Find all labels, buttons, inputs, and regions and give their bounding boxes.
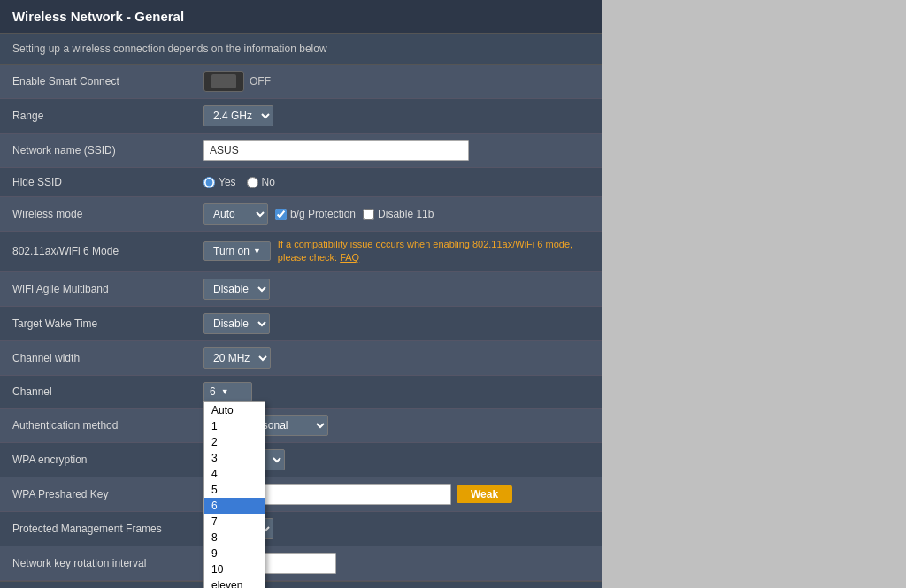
wifi6-mode-label: 802.11ax/WiFi 6 Mode — [0, 232, 195, 271]
password-strength-badge: Weak — [457, 485, 512, 503]
channel-width-select[interactable]: 20 MHz 40 MHz 80 MHz — [203, 347, 271, 369]
channel-option-5[interactable]: 5 — [204, 482, 265, 498]
wpa-preshared-key-row: WPA Preshared Key Weak — [0, 477, 602, 512]
network-name-value — [195, 134, 602, 167]
channel-select-trigger[interactable]: 6 — [203, 382, 252, 401]
wireless-mode-label: Wireless mode — [0, 197, 195, 231]
wifi-agile-value: Disable Enable — [195, 272, 602, 306]
wpa-encryption-label: WPA encryption — [0, 443, 195, 477]
channel-width-row: Channel width 20 MHz 40 MHz 80 MHz — [0, 341, 602, 376]
turn-on-button[interactable]: Turn on — [203, 241, 271, 261]
hide-ssid-value: Yes No — [195, 168, 602, 196]
smart-connect-toggle[interactable]: OFF — [203, 71, 271, 92]
range-select[interactable]: 2.4 GHz 5 GHz — [203, 105, 273, 126]
target-wake-time-value: Disable Enable — [195, 307, 602, 340]
disable-11b-label: Disable 11b — [378, 208, 434, 220]
hide-ssid-yes-radio[interactable] — [203, 177, 215, 188]
wireless-mode-value: Auto N Only Legacy b/g Protection Disabl… — [195, 197, 602, 231]
channel-dropdown: Auto 1 2 3 4 5 6 7 8 9 10 eleven 12 13 — [203, 401, 265, 588]
channel-label: Channel — [0, 376, 195, 408]
channel-option-auto[interactable]: Auto — [204, 402, 265, 418]
wifi-agile-row: WiFi Agile Multiband Disable Enable — [0, 272, 602, 307]
toggle-state-label: OFF — [250, 75, 271, 88]
channel-width-label: Channel width — [0, 341, 195, 375]
channel-row: Channel 6 Auto 1 2 3 4 5 6 7 8 9 10 elev… — [0, 376, 602, 409]
wifi6-mode-value: Turn on If a compatibility issue occurs … — [195, 232, 602, 271]
hide-ssid-no[interactable]: No — [247, 176, 275, 188]
auth-method-label: Authentication method — [0, 409, 195, 442]
wireless-mode-row: Wireless mode Auto N Only Legacy b/g Pro… — [0, 197, 602, 232]
channel-option-7[interactable]: 7 — [204, 514, 265, 530]
disable-11b-checkbox[interactable] — [363, 209, 374, 220]
target-wake-time-label: Target Wake Time — [0, 307, 195, 340]
hide-ssid-yes[interactable]: Yes — [203, 176, 236, 188]
wpa-preshared-key-label: WPA Preshared Key — [0, 477, 195, 511]
channel-value: 6 Auto 1 2 3 4 5 6 7 8 9 10 eleven 12 13 — [195, 376, 602, 408]
enable-smart-connect-value: OFF — [195, 65, 602, 98]
channel-option-1[interactable]: 1 — [204, 418, 265, 434]
bg-protection-label: b/g Protection — [290, 208, 356, 220]
protected-mgmt-row: Protected Management Frames Disable Enab… — [0, 512, 602, 546]
bg-protection-checkbox[interactable] — [275, 209, 287, 220]
range-label: Range — [0, 99, 195, 133]
hide-ssid-radio-group: Yes No — [203, 176, 275, 188]
wifi-agile-label: WiFi Agile Multiband — [0, 272, 195, 306]
toggle-indicator — [211, 74, 236, 88]
network-name-row: Network name (SSID) — [0, 134, 602, 168]
channel-option-10[interactable]: 10 — [204, 561, 265, 577]
wifi6-warning-text: If a compatibility issue occurs when ena… — [278, 239, 572, 263]
channel-option-6[interactable]: 6 — [204, 498, 265, 514]
disable-11b-checkbox-label[interactable]: Disable 11b — [363, 208, 434, 220]
main-container: Wireless Network - General Setting up a … — [0, 0, 602, 588]
channel-option-2[interactable]: 2 — [204, 434, 265, 450]
channel-option-8[interactable]: 8 — [204, 530, 265, 546]
channel-container: 6 Auto 1 2 3 4 5 6 7 8 9 10 eleven 12 13 — [203, 382, 252, 401]
hide-ssid-label: Hide SSID — [0, 168, 195, 196]
enable-smart-connect-label: Enable Smart Connect — [0, 65, 195, 98]
faq-link[interactable]: FAQ — [340, 252, 359, 263]
apply-section: Apply — [0, 581, 602, 588]
target-wake-time-select[interactable]: Disable Enable — [203, 313, 270, 334]
ssid-input[interactable] — [203, 140, 469, 161]
range-value: 2.4 GHz 5 GHz — [195, 99, 602, 133]
target-wake-time-row: Target Wake Time Disable Enable — [0, 307, 602, 341]
wifi6-mode-row: 802.11ax/WiFi 6 Mode Turn on If a compat… — [0, 232, 602, 272]
hide-ssid-no-label: No — [262, 176, 275, 188]
toggle-button[interactable] — [203, 71, 244, 92]
hide-ssid-no-radio[interactable] — [247, 177, 258, 188]
channel-option-4[interactable]: 4 — [204, 466, 265, 482]
range-row: Range 2.4 GHz 5 GHz — [0, 99, 602, 134]
enable-smart-connect-row: Enable Smart Connect OFF — [0, 65, 602, 99]
channel-option-9[interactable]: 9 — [204, 546, 265, 561]
wireless-mode-select[interactable]: Auto N Only Legacy — [203, 203, 268, 225]
channel-option-3[interactable]: 3 — [204, 450, 265, 466]
network-key-rotation-label: Network key rotation interval — [0, 546, 195, 580]
hide-ssid-yes-label: Yes — [219, 176, 236, 188]
network-key-rotation-row: Network key rotation interval — [0, 546, 602, 581]
channel-width-value: 20 MHz 40 MHz 80 MHz — [195, 341, 602, 375]
subtitle: Setting up a wireless connection depends… — [0, 34, 602, 65]
page-title: Wireless Network - General — [0, 0, 602, 34]
channel-option-eleven[interactable]: eleven — [204, 577, 265, 588]
network-name-label: Network name (SSID) — [0, 134, 195, 167]
wifi-agile-select[interactable]: Disable Enable — [203, 279, 270, 300]
hide-ssid-row: Hide SSID Yes No — [0, 168, 602, 197]
bg-protection-checkbox-label[interactable]: b/g Protection — [275, 208, 356, 220]
auth-method-row: Authentication method Open System WPA-Pe… — [0, 409, 602, 443]
protected-mgmt-label: Protected Management Frames — [0, 512, 195, 546]
wpa-encryption-row: WPA encryption TKIP AES TKIP+AES — [0, 443, 602, 477]
wifi6-warning: If a compatibility issue occurs when ena… — [278, 238, 579, 265]
